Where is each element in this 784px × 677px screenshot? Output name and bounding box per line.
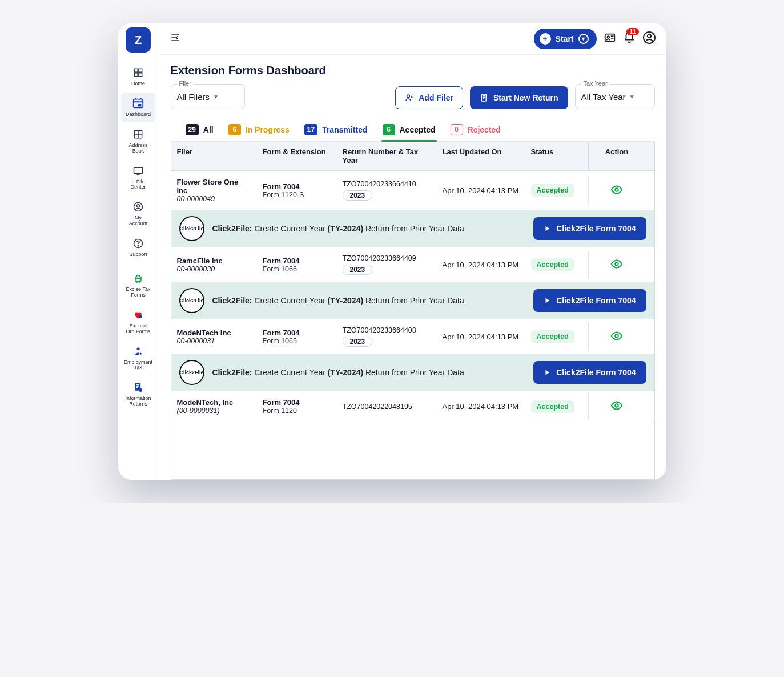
- sidebar-toggle-icon[interactable]: [170, 32, 181, 46]
- home-icon: [132, 66, 144, 79]
- svg-point-30: [615, 262, 618, 266]
- start-label: Start: [556, 34, 574, 43]
- click2file-banner: Click2FileClick2File: Create Current Yea…: [171, 354, 654, 391]
- chevron-down-icon: ▼: [629, 94, 635, 100]
- id-card-icon[interactable]: [604, 31, 616, 46]
- account-avatar-icon[interactable]: [642, 31, 656, 47]
- tax-year-legend: Tax Year: [581, 80, 610, 87]
- svg-point-16: [139, 352, 142, 355]
- click2file-badge-icon: Click2File: [179, 288, 204, 313]
- filer-ein: 00-0000030: [177, 265, 251, 273]
- sidebar-item-efile-center[interactable]: e-File Center: [121, 160, 155, 195]
- click2file-button[interactable]: Click2File Form 7004: [533, 361, 646, 384]
- svg-point-28: [615, 188, 618, 191]
- return-number: TZO700420233664410: [343, 180, 431, 188]
- add-filer-button[interactable]: Add Filer: [395, 86, 463, 109]
- click2file-button[interactable]: Click2File Form 7004: [533, 289, 646, 312]
- start-button[interactable]: + Start ▾: [534, 29, 597, 49]
- tab-label: Transmitted: [322, 125, 367, 134]
- tab-all[interactable]: 29All: [184, 119, 215, 141]
- extension-name: Form 1120: [263, 407, 331, 415]
- support-icon: [132, 237, 144, 250]
- sidebar-item-support[interactable]: Support: [121, 233, 155, 262]
- tab-in-progress[interactable]: 6In Progress: [227, 119, 291, 141]
- svg-point-26: [407, 95, 410, 98]
- return-number: TZO700420233664408: [343, 326, 431, 334]
- view-icon[interactable]: [610, 335, 623, 344]
- brand-glyph: Z: [135, 34, 142, 47]
- filer-name: ModeNTech, Inc: [177, 398, 251, 407]
- filer-filter[interactable]: Filer All Filers▼: [171, 84, 245, 109]
- status-badge: Accepted: [531, 258, 574, 271]
- extension-name: Form 1065: [263, 337, 331, 345]
- filters-row: Filer All Filers▼ Add Filer Start New Re…: [171, 84, 655, 109]
- sidebar-item-my-account[interactable]: My Account: [121, 196, 155, 231]
- tab-rejected[interactable]: 0Rejected: [449, 119, 502, 141]
- svg-point-13: [139, 281, 140, 283]
- svg-rect-31: [545, 298, 546, 303]
- filer-name: ModeNTech Inc: [177, 329, 251, 337]
- start-new-return-button[interactable]: Start New Return: [470, 86, 568, 109]
- svg-point-15: [137, 347, 140, 350]
- app-shell: Z HomeDashboardAddress Booke-File Center…: [118, 23, 666, 480]
- svg-point-23: [607, 36, 609, 38]
- extension-name: Form 1066: [263, 265, 331, 273]
- table-row: ModeNTech Inc00-0000031Form 7004Form 106…: [171, 319, 654, 391]
- col-updated: Last Updated On: [437, 142, 525, 170]
- main: + Start ▾ 11 Extension Forms Dashboard F…: [159, 23, 666, 480]
- sidebar-item-label: Excise Tax Forms: [126, 287, 151, 298]
- tab-accepted[interactable]: 6Accepted: [381, 119, 437, 141]
- view-icon[interactable]: [610, 189, 623, 198]
- sidebar-item-employment-tax[interactable]: Employment Tax: [121, 340, 155, 376]
- tab-count: 6: [383, 124, 395, 135]
- notifications-icon[interactable]: 11: [623, 31, 636, 46]
- sidebar-item-home[interactable]: Home: [121, 62, 155, 91]
- tab-transmitted[interactable]: 17Transmitted: [303, 119, 369, 141]
- return-number: TZO700420233664409: [343, 254, 431, 262]
- table-row: RamcFile Inc00-0000030Form 7004Form 1066…: [171, 247, 654, 319]
- plus-icon: +: [540, 33, 551, 45]
- tab-count: 17: [304, 124, 317, 135]
- form-name: Form 7004: [263, 398, 331, 407]
- svg-rect-18: [136, 384, 139, 385]
- click2file-text: Click2File: Create Current Year (TY-2024…: [212, 224, 526, 233]
- extension-name: Form 1120-S: [263, 191, 331, 199]
- svg-point-12: [136, 281, 138, 283]
- form-name: Form 7004: [263, 182, 331, 191]
- view-icon[interactable]: [610, 405, 623, 414]
- svg-rect-20: [136, 387, 138, 388]
- sidebar: Z HomeDashboardAddress Booke-File Center…: [118, 23, 159, 480]
- svg-point-25: [647, 34, 650, 37]
- svg-rect-33: [545, 370, 546, 375]
- status-tabs: 29All6In Progress17Transmitted6Accepted0…: [171, 119, 655, 142]
- tax-year-value: All Tax Year: [581, 92, 626, 102]
- brand-logo[interactable]: Z: [126, 27, 151, 53]
- form-name: Form 7004: [263, 257, 331, 265]
- my-account-icon: [132, 201, 144, 213]
- sidebar-item-dashboard[interactable]: Dashboard: [121, 93, 155, 122]
- chevron-down-icon: ▼: [213, 94, 219, 100]
- tax-year-filter[interactable]: Tax Year All Tax Year▼: [575, 84, 655, 109]
- last-updated: Apr 10, 2024 04:13 PM: [437, 179, 525, 202]
- click2file-button[interactable]: Click2File Form 7004: [533, 217, 646, 240]
- last-updated: Apr 10, 2024 04:13 PM: [437, 254, 525, 276]
- svg-point-10: [138, 246, 138, 246]
- filer-ein: 00-0000031: [177, 337, 251, 345]
- view-icon[interactable]: [610, 263, 623, 272]
- click2file-badge-icon: Click2File: [179, 360, 204, 385]
- filer-ein: 00-0000049: [177, 195, 251, 203]
- sidebar-item-address-book[interactable]: Address Book: [121, 123, 155, 159]
- svg-rect-6: [134, 167, 143, 173]
- sidebar-item-label: Dashboard: [126, 112, 151, 118]
- svg-point-8: [137, 205, 140, 207]
- sidebar-item-excise-tax-forms[interactable]: Excise Tax Forms: [121, 267, 155, 303]
- table-row: Flower Store One Inc00-0000049Form 7004F…: [171, 171, 654, 247]
- svg-point-32: [615, 334, 618, 338]
- click2file-button-label: Click2File Form 7004: [556, 368, 636, 377]
- click2file-badge-icon: Click2File: [179, 216, 204, 241]
- sidebar-item-information-returns[interactable]: Information Returns: [121, 376, 155, 412]
- sidebar-item-exempt-org-forms[interactable]: Exempt Org Forms: [121, 304, 155, 339]
- tax-year-pill: 2023: [343, 265, 373, 275]
- col-return: Return Number & Tax Year: [337, 142, 437, 170]
- filer-name: Flower Store One Inc: [177, 178, 251, 195]
